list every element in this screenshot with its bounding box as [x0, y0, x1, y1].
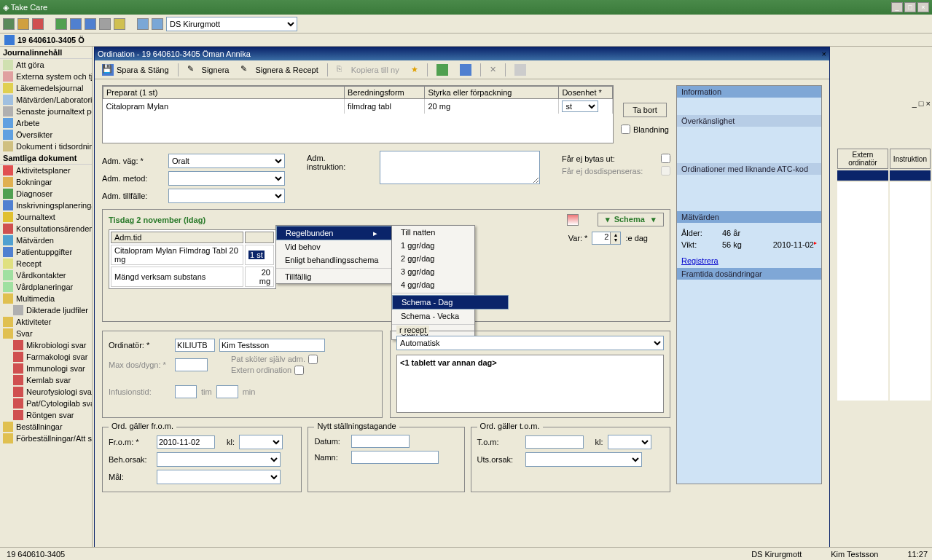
tom-input[interactable] [525, 435, 584, 449]
dosing-row[interactable]: Mängd verksam substans20 mg [111, 267, 274, 287]
menu-item[interactable]: Till natten [392, 226, 474, 239]
nav-item[interactable]: Inskrivningsplaneringar [0, 200, 92, 211]
star-button[interactable]: ★ [408, 63, 421, 76]
toolbar-icon[interactable] [85, 18, 96, 30]
save-close-button[interactable]: 💾Spara & Stäng [99, 63, 172, 77]
maxdos-input[interactable] [175, 358, 208, 371]
nav-item[interactable]: Mikrobiologi svar [0, 339, 92, 351]
beh-orsak-select[interactable] [157, 452, 281, 467]
nav-item[interactable]: Patientuppgifter [0, 246, 92, 258]
dosing-row[interactable]: Citalopram Mylan Filmdrag Tabl 20 mg1 st [111, 245, 274, 265]
menu-item[interactable]: 3 ggr/dag [392, 265, 474, 278]
var-spinner[interactable]: 2▲▼ [592, 232, 621, 245]
toolbar-icon-button[interactable] [512, 63, 529, 77]
toolbar-icon-button[interactable] [457, 63, 474, 77]
nav-item[interactable]: Senaste journaltext per sökord [0, 106, 92, 117]
adm-metod-select[interactable] [168, 171, 285, 186]
from-kl-select[interactable] [239, 435, 283, 449]
extern-label[interactable]: Extern ordination [231, 366, 318, 375]
uts-orsak-select[interactable] [525, 452, 642, 467]
patskoter-label[interactable]: Pat sköter själv adm. [231, 355, 318, 364]
col-dosenhet[interactable]: Dosenhet * [559, 87, 613, 99]
toolbar-icon[interactable] [99, 18, 111, 30]
nav-item[interactable]: Svar [0, 328, 92, 339]
nav-item[interactable]: Recept [0, 258, 92, 269]
nav-item[interactable]: Kemlab svar [0, 374, 92, 386]
nav-item[interactable]: Att göra [0, 59, 92, 71]
toolbar-icon[interactable] [17, 18, 29, 30]
nav-item[interactable]: Arbete [0, 117, 92, 129]
dose-cell-selected[interactable]: 1 st [248, 251, 265, 259]
adm-instruktion-textarea[interactable] [380, 151, 540, 184]
mal-select[interactable] [157, 470, 281, 484]
tom-kl-select[interactable] [608, 435, 651, 449]
nav-item[interactable]: Aktiviteter [0, 316, 92, 328]
col-preparat[interactable]: Preparat (1 st) [103, 87, 345, 99]
inner-maximize-button[interactable]: □ [919, 99, 924, 108]
menu-item[interactable]: Vid behov [276, 240, 391, 253]
inner-close-button[interactable]: × [926, 99, 931, 108]
dostext-box[interactable]: <1 tablett var annan dag> [396, 355, 664, 413]
nav-item[interactable]: Beställningar [0, 421, 92, 433]
toolbar-icon[interactable] [137, 18, 149, 30]
nav-item[interactable]: Vårdkontakter [0, 269, 92, 281]
nav-item[interactable]: Röntgen svar [0, 409, 92, 421]
col-beredning[interactable]: Beredningsform [345, 87, 425, 99]
menu-item[interactable]: Schema - Dag [392, 295, 509, 309]
nav-item[interactable]: Neurofysiologi svar [0, 386, 92, 398]
patskoter-checkbox[interactable] [308, 355, 318, 364]
nav-item[interactable]: Läkemedelsjournal [0, 82, 92, 94]
nav-item[interactable]: Vårdplaneringar [0, 281, 92, 293]
adm-tillfalle-select[interactable] [168, 189, 285, 203]
preparat-row[interactable]: Citalopram Mylan filmdrag tabl 20 mg st [103, 99, 613, 114]
nav-item[interactable]: Immunologi svar [0, 363, 92, 374]
blandning-checkbox-label[interactable]: Blandning [621, 125, 669, 134]
nav-item[interactable]: Översikter [0, 129, 92, 141]
blandning-checkbox[interactable] [621, 125, 630, 134]
toolbar-icon[interactable] [3, 18, 15, 30]
menu-item[interactable]: Regelbunden [276, 226, 393, 240]
nav-item[interactable]: Mätvärden/Laboratorielista [0, 94, 92, 106]
maximize-button[interactable]: □ [904, 2, 916, 12]
menu-item[interactable]: 4 ggr/dag [392, 278, 474, 291]
extern-checkbox[interactable] [294, 366, 304, 375]
menu-item[interactable]: 2 ggr/dag [392, 252, 474, 265]
nav-item[interactable]: Dikterade ljudfiler [0, 304, 92, 316]
adm-vag-select[interactable]: Oralt [168, 154, 285, 168]
sign-button[interactable]: ✎Signera [184, 63, 232, 77]
ny-datum-input[interactable] [351, 435, 410, 448]
unit-dropdown[interactable]: DS Kirurgmott [166, 17, 297, 31]
toolbar-icon[interactable] [152, 18, 163, 30]
bytas-checkbox[interactable] [661, 154, 670, 163]
col-styrka[interactable]: Styrka eller förpackning [425, 87, 559, 99]
ordination-close-button[interactable]: × [822, 50, 826, 58]
inner-minimize-button[interactable]: _ [912, 99, 917, 108]
recept-select[interactable]: Automatisk [396, 336, 664, 350]
menu-item[interactable]: 1 ggr/dag [392, 239, 474, 252]
menu-item[interactable]: Enligt behandlingsschema [276, 253, 391, 267]
delete-button[interactable]: ✕ [487, 63, 499, 76]
toolbar-icon[interactable] [70, 18, 82, 30]
nav-item[interactable]: Externa system och tjänster [0, 71, 92, 82]
nav-item[interactable]: Förbeställningar/Att skicka [0, 433, 92, 444]
toolbar-icon[interactable] [114, 18, 125, 30]
cell-dosenhet[interactable]: st [559, 99, 613, 114]
schema-dropdown-button[interactable]: ▾ Schema ▾ [598, 213, 665, 226]
nav-item[interactable]: Aktivitetsplaner [0, 165, 92, 176]
close-button[interactable]: × [917, 2, 929, 12]
ordinator-code-input[interactable] [175, 339, 215, 352]
nav-item[interactable]: Multimedia [0, 293, 92, 304]
ordinator-name-input[interactable] [219, 339, 325, 352]
nav-item[interactable]: Pat/Cytologilab svar [0, 398, 92, 409]
nav-item[interactable]: Konsultationsärenden [0, 223, 92, 234]
nav-item[interactable]: Dokument i tidsordning [0, 141, 92, 152]
menu-item[interactable]: Tillfällig [276, 270, 391, 283]
sign-recept-button[interactable]: ✎Signera & Recept [238, 63, 321, 77]
ny-namn-input[interactable] [351, 451, 439, 464]
nav-item[interactable]: Diagnoser [0, 188, 92, 200]
col-instruktion[interactable]: Instruktion [890, 149, 931, 169]
tabort-button[interactable]: Ta bort [623, 103, 667, 117]
minimize-button[interactable]: _ [891, 2, 903, 12]
toolbar-icon-button[interactable] [434, 63, 451, 77]
copy-button[interactable]: ⎘Kopiera till ny [334, 63, 402, 77]
